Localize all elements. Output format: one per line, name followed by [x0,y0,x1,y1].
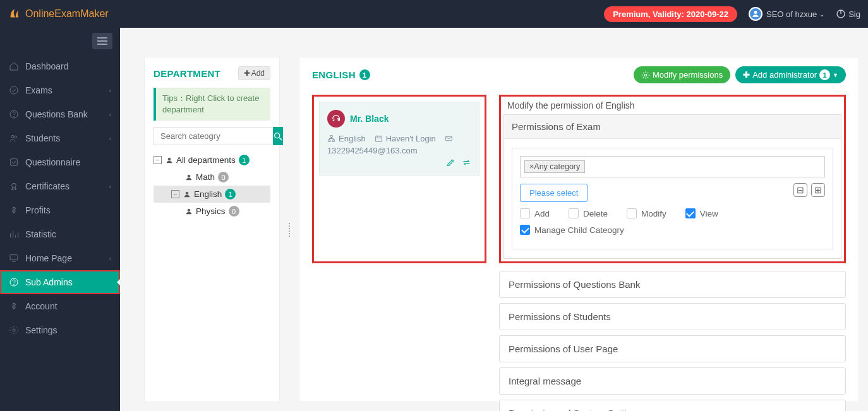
collapse-icon[interactable]: − [154,156,162,164]
topbar: OnlineExamMaker Premium, Validity: 2020-… [0,0,868,28]
chevron-left-icon: ‹ [109,183,111,190]
please-select-button[interactable]: Please select [520,184,588,202]
chevron-left-icon: ‹ [109,87,111,94]
svg-point-8 [14,116,15,117]
svg-line-23 [279,138,282,140]
count-badge: 0 [229,206,239,217]
chevron-down-icon: ▼ [833,72,838,78]
hamburger-button[interactable] [92,33,112,49]
search-icon [273,131,283,141]
sidebar-item-sub-admins[interactable]: Sub Admins [0,270,120,294]
svg-point-20 [14,284,15,285]
svg-rect-31 [332,140,334,142]
user-menu[interactable]: SEO of hzxue ⌄ [749,7,824,21]
count-badge: 0 [218,172,229,182]
accordion-integral-message[interactable]: Integral message [499,367,846,395]
sidebar-item-students[interactable]: Students‹ [0,126,120,150]
accordion-user-page[interactable]: Permissions of User Page [499,335,846,362]
count-badge: 1 [239,155,250,165]
tree-math[interactable]: Math 0 [154,169,270,186]
svg-point-21 [13,329,15,331]
checkbox-add[interactable]: Add [520,208,550,218]
admin-email: 13229425449@163.com [327,146,471,155]
user-name: SEO of hzxue [766,9,817,19]
svg-point-10 [15,136,16,138]
sidebar-item-questions-bank[interactable]: Questions Bank‹ [0,102,120,126]
department-tip: Tips：Right Click to create department [154,88,270,121]
power-icon [836,9,846,19]
sidebar-item-dashboard[interactable]: Dashboard [0,54,120,78]
swap-icon[interactable] [462,158,471,167]
sidebar-item-certificates[interactable]: Certificates‹ [0,174,120,198]
svg-point-6 [10,86,18,94]
checkbox-modify[interactable]: Modify [627,208,666,218]
add-administrator-button[interactable]: ✚ Add administrator 1 ▼ [735,66,846,83]
category-select-box[interactable]: ×Any category [520,156,825,177]
tree-english[interactable]: − English 1 [154,186,270,203]
english-count-badge: 1 [359,69,370,80]
english-title: ENGLISH 1 [312,69,370,80]
any-category-tag[interactable]: ×Any category [524,160,585,173]
sidebar-item-settings[interactable]: Settings [0,318,120,342]
admin-count-badge: 1 [819,69,830,80]
sidebar-item-statistic[interactable]: Statistic [0,222,120,246]
avatar [749,7,763,21]
department-title: DEPARTMENT [154,68,220,79]
sidebar-item-account[interactable]: Account [0,294,120,318]
english-panel: ENGLISH 1 Modify permissions ✚ Add admin… [299,57,859,402]
svg-point-0 [754,11,757,14]
svg-rect-11 [11,159,18,166]
sidebar-item-profits[interactable]: Profits [0,198,120,222]
calendar-icon [375,134,383,143]
search-button[interactable] [273,127,283,145]
dollar-icon [9,301,19,311]
expand-all-button[interactable]: ⊞ [811,183,825,197]
gear-icon [9,325,19,335]
permissions-exam-panel: Permissions of Exam ×Any category Please… [503,114,841,259]
help-circle-icon [9,109,19,119]
tree-physics[interactable]: Physics 0 [154,203,270,220]
sidebar-item-exams[interactable]: Exams‹ [0,78,120,102]
edit-icon[interactable] [446,158,455,167]
collapse-all-button[interactable]: ⊟ [793,183,807,197]
search-category-input[interactable] [154,127,273,145]
signout-label: Sig [848,9,860,19]
checkbox-view[interactable]: View [685,208,718,218]
sidebar-item-home-page[interactable]: Home Page‹ [0,246,120,270]
chevron-left-icon: ‹ [109,111,111,118]
permissions-highlight: Modify the permission of English Permiss… [499,95,846,263]
tree-all-departments[interactable]: − All departments 1 [154,152,270,169]
accordion-students[interactable]: Permissions of Students [499,303,846,330]
award-icon [9,181,19,191]
modify-permissions-button[interactable]: Modify permissions [634,66,730,83]
gear-icon [641,71,650,80]
svg-point-22 [275,133,280,138]
checkbox-manage-child[interactable]: Manage Child Cateogry [520,225,624,235]
add-department-button[interactable]: ✚Add [238,66,270,80]
resize-handle[interactable] [287,223,291,237]
accordion-system-settings[interactable]: Permissions of System Settings [499,400,846,411]
svg-rect-36 [445,136,452,141]
svg-rect-30 [329,140,330,142]
checkbox-delete[interactable]: Delete [569,208,608,218]
chart-icon [9,229,19,239]
admin-card[interactable]: Mr. Black English Haven't Login 13229425… [319,102,479,176]
department-panel: DEPARTMENT ✚Add Tips：Right Click to crea… [144,57,280,402]
dollar-icon [9,205,19,215]
accordion-questions-bank[interactable]: Permissions of Questions Bank [499,271,846,298]
check-circle-icon [9,85,19,95]
svg-point-27 [188,209,190,211]
user-icon [166,157,173,164]
logo[interactable]: OnlineExamMaker [8,7,109,21]
admin-name: Mr. Black [350,114,389,124]
svg-rect-17 [10,255,18,260]
collapse-icon[interactable]: − [171,190,179,198]
signout-button[interactable]: Sig [836,9,860,19]
sidebar-item-questionnaire[interactable]: Questionnaire [0,150,120,174]
permissions-exam-header[interactable]: Permissions of Exam [504,115,841,139]
user-icon [185,174,193,181]
chevron-left-icon: ‹ [109,255,111,262]
premium-badge[interactable]: Premium, Validity: 2020-09-22 [604,6,737,22]
svg-point-28 [644,74,647,76]
main: DEPARTMENT ✚Add Tips：Right Click to crea… [120,28,868,411]
